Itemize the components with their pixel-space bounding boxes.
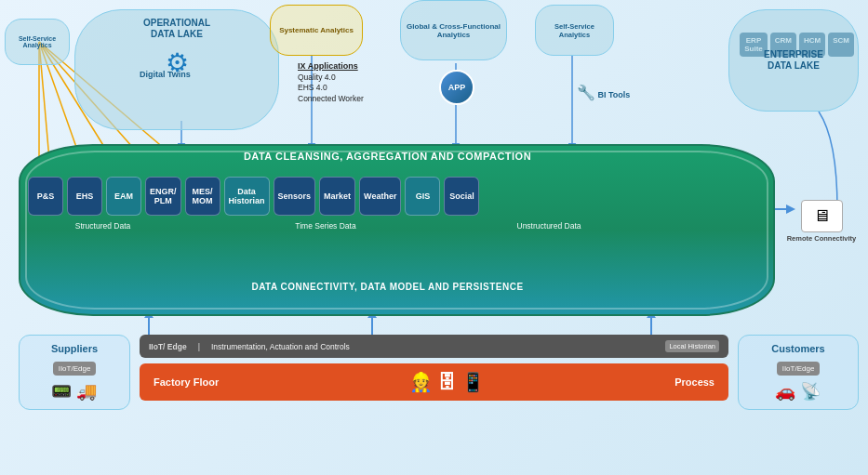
operational-title: OPERATIONAL DATA LAKE	[143, 18, 210, 40]
timeseries-data-label: Time Series Data	[288, 221, 363, 231]
remote-label: Remote Connectivity	[784, 234, 859, 243]
gis-box: GIS	[405, 177, 440, 216]
data-historian-box: DataHistorian	[224, 177, 270, 216]
weather-box: Weather	[359, 177, 401, 216]
process-label: Process	[674, 376, 714, 388]
customers-label: Customers	[746, 343, 850, 354]
app-circle: APP	[439, 70, 474, 105]
customers-box: Customers IIoT/Edge 🚗 📡	[738, 335, 859, 410]
digital-twins-label: Digital Twins	[140, 70, 191, 79]
systematic-label: Systematic Analytics	[279, 26, 354, 34]
local-historian-label: Local Historian	[665, 340, 719, 352]
suppliers-iiot: IIoT/Edge	[53, 362, 97, 376]
bottom-section: Suppliers IIoT/Edge 📟 🚚 IIoT/ Edge | Ins…	[19, 335, 859, 410]
mes-mom-box: MES/MOM	[185, 177, 220, 216]
iiot-edge-label: IIoT/ Edge	[149, 342, 187, 351]
global-label: Global & Cross-Functional Analytics	[405, 22, 502, 39]
monitor-icon: 🖥	[813, 206, 830, 226]
selfservice-left-cloud: Self-Service Analytics	[5, 19, 70, 65]
enterprise-title: ENTERPRISE DATA LAKE	[764, 49, 823, 72]
customers-iiot: IIoT/Edge	[777, 362, 821, 376]
selfservice-top-label: Self-Service Analytics	[540, 22, 609, 39]
structured-data-label: Structured Data	[35, 221, 170, 231]
systematic-analytics-cloud: Systematic Analytics	[270, 5, 363, 56]
iiot-separator: |	[198, 342, 200, 351]
tools-icon: 🔧	[577, 85, 595, 100]
ix-item-2: EHS 4.0	[298, 83, 364, 94]
suppliers-label: Suppliers	[27, 343, 122, 354]
market-box: Market	[319, 177, 355, 216]
data-cleansing-header: DATA CLEANSING, AGGREGATION AND COMPACTI…	[0, 151, 775, 162]
remote-box-icon: 🖥	[801, 200, 843, 232]
selfservice-left-label: Self-Service Analytics	[8, 35, 66, 48]
instrumentation-label: Instrumentation, Actuation and Controls	[211, 342, 658, 351]
remote-connectivity: 🖥 Remote Connectivity	[784, 200, 859, 243]
sensors-box: Sensors	[274, 177, 316, 216]
selfservice-top-cloud: Self-Service Analytics	[535, 5, 614, 56]
enterprise-data-lake-cloud: ENTERPRISE DATA LAKE	[728, 9, 859, 112]
unstructured-data-label: Unstructured Data	[456, 221, 642, 231]
ix-item-3: Connected Worker	[298, 94, 364, 105]
ix-applications: IX Applications Quality 4.0 EHS 4.0 Conn…	[298, 60, 364, 105]
engr-plm-box: ENGR/PLM	[145, 177, 181, 216]
customers-icons: 🚗 📡	[746, 381, 850, 402]
eam-box: EAM	[106, 177, 141, 216]
iiot-bar: IIoT/ Edge | Instrumentation, Actuation …	[140, 335, 728, 358]
ehs-box: EHS	[67, 177, 102, 216]
factory-floor-label: Factory Floor	[154, 376, 219, 388]
bi-tools: 🔧 BI Tools	[577, 84, 630, 101]
data-connectivity-header: DATA CONNECTIVITY, DATA MODEL AND PERSIS…	[0, 282, 775, 292]
factory-icons: 👷 🗄 📱	[409, 371, 485, 393]
factory-bar: Factory Floor 👷 🗄 📱 Process	[140, 363, 728, 401]
ix-item-1: Quality 4.0	[298, 73, 364, 84]
social-box: Social	[444, 177, 479, 216]
data-boxes-row: P&S EHS EAM ENGR/PLM MES/MOM DataHistori…	[28, 177, 479, 216]
suppliers-icons: 📟 🚚	[27, 381, 122, 402]
ix-header: IX Applications	[298, 60, 364, 73]
diagram-container: Self-Service Analytics OPERATIONAL DATA …	[0, 0, 868, 475]
global-analytics-cloud: Global & Cross-Functional Analytics	[400, 0, 507, 60]
center-bottom: IIoT/ Edge | Instrumentation, Actuation …	[140, 335, 728, 401]
suppliers-box: Suppliers IIoT/Edge 📟 🚚	[19, 335, 130, 410]
ps-box: P&S	[28, 177, 63, 216]
